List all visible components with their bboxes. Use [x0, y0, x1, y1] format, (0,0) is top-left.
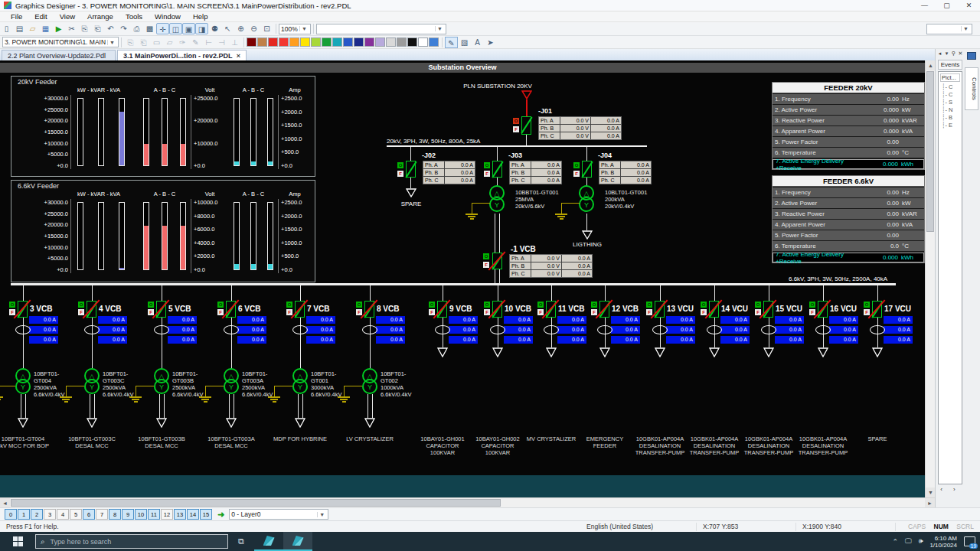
- zoom-level-combo[interactable]: 100%▼: [279, 24, 311, 34]
- scrollbar-thumb[interactable]: [11, 499, 501, 507]
- breaker-fault-badge[interactable]: F: [429, 309, 435, 315]
- chevron-down-icon[interactable]: ▼: [299, 26, 309, 31]
- breaker-fault-badge[interactable]: F: [484, 309, 490, 315]
- dock-control-icon[interactable]: ✕: [958, 51, 963, 57]
- breaker-fault-badge[interactable]: F: [755, 309, 761, 315]
- copy-icon[interactable]: ⎘: [78, 23, 91, 34]
- layer-button[interactable]: 3: [44, 509, 56, 520]
- close-button[interactable]: ✕: [958, 0, 980, 11]
- color-swatch[interactable]: [429, 37, 439, 47]
- breaker-open-badge[interactable]: O: [513, 118, 519, 124]
- pipette-apply-icon[interactable]: ✎: [189, 37, 202, 48]
- taskbar-search-input[interactable]: ⌕ Type here to search: [35, 534, 228, 549]
- pen-color-button[interactable]: ✎: [445, 37, 458, 48]
- breaker-open-badge[interactable]: O: [356, 302, 362, 308]
- color-swatch[interactable]: [300, 37, 310, 47]
- color-swatch[interactable]: [418, 37, 428, 47]
- breaker-j02[interactable]: [406, 161, 416, 178]
- tree-item[interactable]: ┊- E: [939, 122, 962, 129]
- zoom-out-icon[interactable]: ⊖: [247, 23, 260, 34]
- tree-root[interactable]: Pict...: [940, 73, 960, 82]
- breaker-fault-badge[interactable]: F: [9, 309, 15, 315]
- breaker-open-badge[interactable]: O: [591, 302, 597, 308]
- zoom-in-icon[interactable]: ⊕: [234, 23, 247, 34]
- layer-button[interactable]: 15: [200, 509, 212, 520]
- volume-icon[interactable]: 🕪: [919, 537, 923, 546]
- copy-props-icon[interactable]: ⎘: [124, 37, 137, 48]
- color-swatch[interactable]: [364, 37, 374, 47]
- paste-icon[interactable]: ⎗: [91, 23, 104, 34]
- breaker-fault-badge[interactable]: F: [356, 309, 362, 315]
- view-folder-icon[interactable]: ▣: [182, 23, 195, 34]
- color-swatch[interactable]: [407, 37, 417, 47]
- events-tab[interactable]: Events: [938, 60, 962, 70]
- save-icon[interactable]: ▦: [39, 23, 52, 34]
- breaker-open-badge[interactable]: O: [148, 302, 154, 308]
- layer-button[interactable]: 8: [109, 509, 121, 520]
- layer-button[interactable]: 4: [57, 509, 69, 520]
- chevron-down-icon[interactable]: ▼: [107, 40, 116, 45]
- breaker-fault-badge[interactable]: F: [78, 309, 84, 315]
- cut-icon[interactable]: ✂: [65, 23, 78, 34]
- redo-icon[interactable]: ↷: [117, 23, 130, 34]
- breaker-open-badge[interactable]: O: [429, 302, 435, 308]
- color-swatch[interactable]: [257, 37, 267, 47]
- undo-icon[interactable]: ↶: [104, 23, 117, 34]
- text-color-button[interactable]: A: [471, 37, 484, 48]
- picture-area[interactable]: Substation Overview 20kV Feeder kW - kVA…: [0, 60, 925, 475]
- breaker-j01[interactable]: [521, 116, 531, 135]
- color-swatch[interactable]: [375, 37, 385, 47]
- layer-button[interactable]: 5: [70, 509, 82, 520]
- controls-tab[interactable]: Controls: [965, 67, 978, 110]
- events-tree[interactable]: Pict... ┊- C┊- C┊- S┊- N┊- B┊- E: [938, 71, 962, 484]
- layer-button[interactable]: 11: [148, 509, 160, 520]
- color-swatch[interactable]: [311, 37, 321, 47]
- layer-button[interactable]: 14: [187, 509, 199, 520]
- font-size-combo[interactable]: ▼: [926, 24, 972, 34]
- layer-button[interactable]: 2: [31, 509, 43, 520]
- menu-item[interactable]: View: [54, 12, 81, 21]
- tree-item[interactable]: ┊- B: [939, 114, 962, 122]
- open-icon[interactable]: ▱: [26, 23, 39, 34]
- fill-color-button[interactable]: ▨: [458, 37, 471, 48]
- tree-item[interactable]: ┊- C: [939, 83, 962, 91]
- breaker-fault-badge[interactable]: F: [646, 309, 652, 315]
- new-icon[interactable]: ▯: [0, 23, 13, 34]
- breaker-open-badge[interactable]: O: [484, 302, 490, 308]
- layer-button[interactable]: 13: [174, 509, 186, 520]
- breaker-fault-badge[interactable]: F: [286, 309, 292, 315]
- layer-arrow-icon[interactable]: ➜: [217, 510, 224, 520]
- dock-nav-arrows[interactable]: ‹ ›: [936, 485, 965, 493]
- breaker-fault-badge[interactable]: F: [864, 309, 870, 315]
- color-swatch[interactable]: [322, 37, 332, 47]
- layer-button[interactable]: 6: [83, 509, 95, 520]
- breaker-open-badge[interactable]: O: [78, 302, 84, 308]
- chevron-down-icon[interactable]: ▼: [961, 26, 970, 31]
- view-gallery-icon[interactable]: ◨: [195, 23, 208, 34]
- breaker-open-badge[interactable]: O: [484, 162, 490, 168]
- color-swatch[interactable]: [279, 37, 289, 47]
- color-swatch[interactable]: [289, 37, 299, 47]
- start-button[interactable]: [0, 532, 35, 551]
- dock-control-icon[interactable]: ◂: [937, 51, 942, 57]
- menu-item[interactable]: Arrange: [81, 12, 119, 21]
- breaker-open-badge[interactable]: O: [483, 253, 489, 259]
- new-from-template-icon[interactable]: ▤: [13, 23, 26, 34]
- zoom-region-icon[interactable]: ⊡: [260, 23, 273, 34]
- tree-item[interactable]: ┊- N: [939, 106, 962, 114]
- tab-close-icon[interactable]: ×: [237, 52, 240, 60]
- breaker-open-badge[interactable]: O: [573, 162, 580, 168]
- vertical-scrollbar[interactable]: ▲ ▼: [925, 60, 935, 497]
- maximize-button[interactable]: ▢: [936, 0, 958, 11]
- taskbar-app-graphics-designer[interactable]: [283, 532, 312, 551]
- dock-control-icon[interactable]: ▾: [944, 51, 949, 57]
- breaker-fault-badge[interactable]: F: [701, 309, 707, 315]
- breaker-fault-badge[interactable]: F: [217, 309, 224, 315]
- menu-item[interactable]: Edit: [28, 12, 53, 21]
- pipette-icon[interactable]: ✑: [176, 37, 189, 48]
- breaker-open-badge[interactable]: O: [646, 302, 652, 308]
- breaker-open-badge[interactable]: O: [755, 302, 761, 308]
- paste-props-icon[interactable]: ⎗: [137, 37, 150, 48]
- breaker-open-badge[interactable]: O: [701, 302, 707, 308]
- breaker-fault-badge[interactable]: F: [513, 126, 519, 132]
